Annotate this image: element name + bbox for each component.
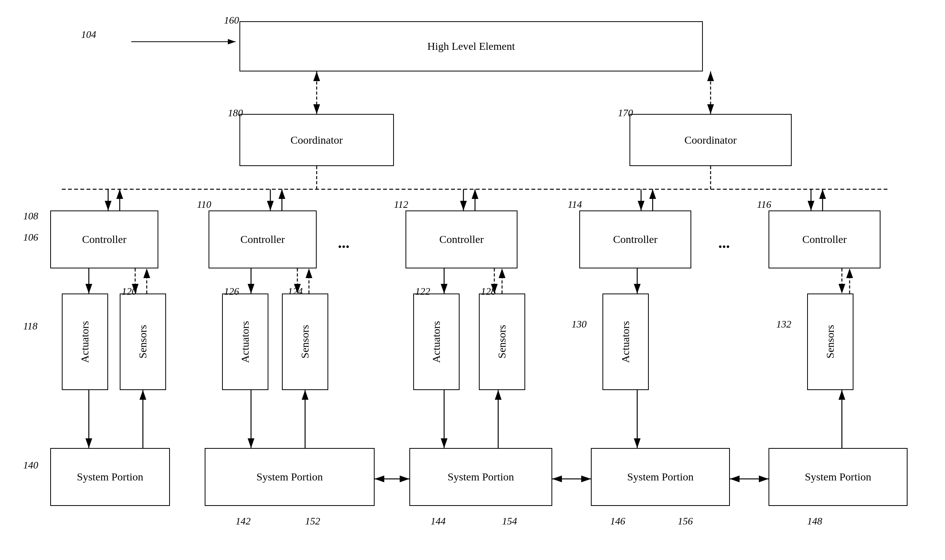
ref-106: 106 — [23, 232, 38, 243]
sp-146-box: System Portion — [591, 448, 730, 506]
act-118-label: Actuators — [79, 321, 91, 363]
ref-122: 122 — [415, 286, 430, 297]
sp-144-box: System Portion — [409, 448, 552, 506]
controller-114-box: Controller — [579, 210, 691, 268]
ref-108: 108 — [23, 210, 38, 222]
sp-146-label: System Portion — [627, 471, 694, 483]
actuators-118-box: Actuators — [62, 294, 108, 390]
ref-144: 144 — [431, 516, 446, 527]
actuators-126-box: Actuators — [222, 294, 268, 390]
ref-180: 180 — [228, 107, 243, 119]
coordinator-right-box: Coordinator — [629, 114, 792, 166]
sen-128-label: Sensors — [496, 325, 508, 358]
controller-110-box: Controller — [209, 210, 317, 268]
ctrl-108-label: Controller — [82, 233, 126, 246]
actuators-122-box: Actuators — [413, 294, 460, 390]
act-122-label: Actuators — [430, 321, 443, 363]
sp-140-box: System Portion — [50, 448, 170, 506]
sensors-132-box: Sensors — [807, 294, 853, 390]
actuators-130-box: Actuators — [602, 294, 649, 390]
ctrl-114-label: Controller — [613, 233, 657, 246]
ref-154: 154 — [502, 516, 517, 527]
ref-118: 118 — [23, 321, 37, 332]
controller-108-box: Controller — [50, 210, 158, 268]
sp-148-box: System Portion — [769, 448, 908, 506]
dots-left: ... — [338, 234, 349, 252]
sen-132-label: Sensors — [824, 325, 836, 358]
ref-146: 146 — [610, 516, 625, 527]
sp-140-label: System Portion — [77, 471, 143, 483]
coordinator-right-label: Coordinator — [684, 134, 736, 146]
act-126-label: Actuators — [239, 321, 251, 363]
sen-124-label: Sensors — [299, 325, 311, 358]
ref-104: 104 — [81, 29, 96, 41]
sp-142-label: System Portion — [256, 471, 323, 483]
ref-160: 160 — [224, 15, 239, 26]
high-level-label: High Level Element — [427, 40, 515, 53]
sp-144-label: System Portion — [448, 471, 514, 483]
sen-120-label: Sensors — [137, 325, 149, 358]
ctrl-112-label: Controller — [439, 233, 484, 246]
ref-152: 152 — [305, 516, 320, 527]
controller-116-box: Controller — [769, 210, 881, 268]
ref-140: 140 — [23, 460, 38, 471]
high-level-element-box: High Level Element — [239, 21, 703, 71]
ref-110: 110 — [197, 199, 211, 210]
ref-120: 120 — [122, 286, 137, 297]
sensors-120-box: Sensors — [120, 294, 166, 390]
diagram: 104 High Level Element 160 Coordinator 1… — [0, 0, 945, 560]
sp-142-box: System Portion — [205, 448, 375, 506]
ref-112: 112 — [394, 199, 408, 210]
sensors-128-box: Sensors — [479, 294, 525, 390]
coordinator-left-label: Coordinator — [290, 134, 343, 146]
ref-132: 132 — [776, 319, 791, 330]
dots-right: ... — [718, 234, 730, 252]
ctrl-116-label: Controller — [802, 233, 847, 246]
act-130-label: Actuators — [619, 321, 632, 363]
ref-116: 116 — [757, 199, 771, 210]
ref-148: 148 — [807, 516, 822, 527]
ref-142: 142 — [236, 516, 251, 527]
ref-114: 114 — [568, 199, 582, 210]
coordinator-left-box: Coordinator — [239, 114, 394, 166]
ref-126: 126 — [224, 286, 239, 297]
ref-170: 170 — [618, 107, 633, 119]
ref-130: 130 — [572, 319, 587, 330]
sp-148-label: System Portion — [805, 471, 871, 483]
sensors-124-box: Sensors — [282, 294, 328, 390]
ref-156: 156 — [678, 516, 693, 527]
ctrl-110-label: Controller — [240, 233, 285, 246]
ref-128: 128 — [481, 286, 496, 297]
controller-112-box: Controller — [405, 210, 517, 268]
